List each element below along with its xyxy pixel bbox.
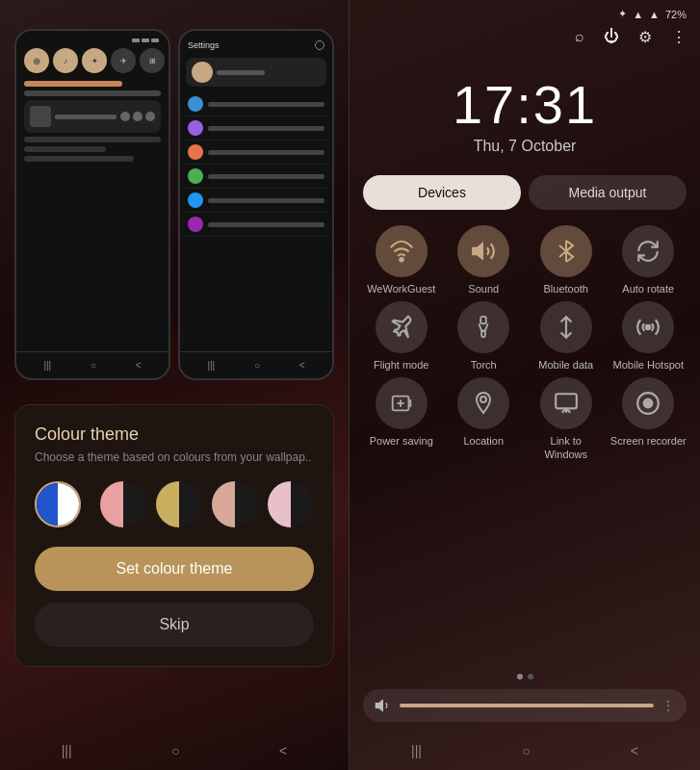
qs-nav-home[interactable]: ○ [91, 360, 96, 371]
tab-devices[interactable]: Devices [363, 175, 521, 210]
qs-status-icon [132, 38, 140, 42]
qs-item-mobiledata: Mobile data [528, 301, 605, 372]
left-nav-home[interactable]: ○ [171, 743, 179, 758]
right-nav-recent[interactable]: < [631, 743, 638, 758]
settings-item-3[interactable] [186, 141, 326, 165]
left-bottom-nav: ||| ○ < [0, 732, 349, 770]
svg-marker-13 [376, 701, 383, 711]
tab-media-output[interactable]: Media output [529, 175, 687, 210]
right-nav-back[interactable]: ||| [411, 743, 422, 758]
phone-screen-settings: Settings [178, 29, 334, 380]
qs-bluetooth-icon[interactable] [540, 225, 592, 277]
qs-media-controls [120, 112, 155, 121]
settings-icon-sounds [188, 120, 203, 136]
color-theme-desc: Choose a theme based on colours from you… [35, 450, 314, 464]
settings-item-6[interactable] [186, 213, 326, 237]
color-swatch-4[interactable] [212, 481, 258, 527]
settings-text-6 [208, 222, 324, 227]
qs-item-linkwindows: Link to Windows [528, 377, 605, 460]
settings-icon-battery [188, 168, 203, 184]
color-swatch-1[interactable] [35, 481, 81, 527]
qs-powersaving-icon[interactable] [376, 377, 428, 429]
right-bottom: ⋮ [350, 664, 700, 732]
qs-tile-wifi[interactable]: ⊕ [24, 48, 49, 73]
qs-flightmode-icon[interactable] [376, 301, 428, 353]
settings-icon-connections [188, 96, 203, 112]
signal-icon: ▲ [633, 9, 643, 20]
qs-sound-icon[interactable] [457, 225, 509, 277]
qs-tiles: ⊕ ♪ ✦ ✈ ⊞ [22, 44, 163, 77]
qs-tile-sound[interactable]: ♪ [53, 48, 78, 73]
left-nav-back[interactable]: ||| [62, 743, 72, 758]
qs-next-btn[interactable] [145, 112, 155, 121]
qs-play-btn[interactable] [133, 112, 143, 121]
left-nav-recent[interactable]: < [279, 743, 287, 758]
qs-tile-more[interactable]: ⊞ [140, 48, 165, 73]
qs-hotspot-icon[interactable] [622, 301, 674, 353]
skip-button[interactable]: Skip [35, 603, 314, 647]
settings-nav-home[interactable]: ○ [254, 360, 260, 371]
search-icon[interactable]: ⌕ [575, 28, 584, 46]
color-swatch-5[interactable] [268, 481, 314, 527]
qs-tile-airplane[interactable]: ✈ [111, 48, 136, 73]
color-swatch-3[interactable] [156, 481, 202, 527]
settings-title: Settings [188, 40, 220, 50]
qs-nav-recent[interactable]: < [136, 360, 142, 371]
svg-point-4 [646, 325, 650, 329]
volume-row: ⋮ [363, 689, 687, 722]
qs-location-icon[interactable] [457, 377, 509, 429]
qs-wifi-icon[interactable] [376, 225, 428, 277]
volume-bar[interactable] [400, 704, 654, 707]
qs-linkwindows-icon[interactable] [540, 377, 592, 429]
swatch5-left [268, 481, 291, 527]
settings-item-4[interactable] [186, 165, 326, 189]
qs-item-hotspot: Mobile Hotspot [610, 301, 687, 372]
qs-hotspot-label: Mobile Hotspot [613, 359, 684, 372]
settings-text-3 [208, 150, 324, 155]
qs-prev-btn[interactable] [120, 112, 130, 121]
qs-powersaving-label: Power saving [370, 435, 433, 448]
settings-nav-bar: ||| ○ < [180, 351, 332, 378]
settings-nav-recent[interactable]: < [299, 360, 305, 371]
settings-search-icon[interactable] [315, 40, 324, 50]
qs-mobiledata-label: Mobile data [538, 359, 593, 372]
svg-rect-9 [556, 395, 577, 409]
swatch2-left [100, 481, 123, 527]
settings-item-5[interactable] [186, 189, 326, 213]
qs-screenrecorder-icon[interactable] [622, 377, 674, 429]
volume-menu-icon[interactable]: ⋮ [661, 698, 675, 713]
qs-flightmode-label: Flight mode [374, 359, 428, 372]
right-header-icons: ⌕ ⏻ ⚙ ⋮ [350, 24, 700, 54]
qs-tile-bt[interactable]: ✦ [82, 48, 107, 73]
svg-point-8 [480, 397, 486, 402]
qs-mobiledata-icon[interactable] [540, 301, 592, 353]
settings-item-2[interactable] [186, 116, 326, 141]
qs-status-icon3 [151, 38, 159, 42]
right-nav-home[interactable]: ○ [522, 743, 530, 758]
settings-icon-display [188, 192, 203, 208]
qs-torch-icon[interactable] [457, 301, 509, 353]
qs-status-icon2 [142, 38, 149, 42]
settings-icon[interactable]: ⚙ [638, 28, 652, 46]
qs-screenrecorder-label: Screen recorder [610, 435, 687, 448]
dots-indicator [363, 674, 687, 680]
set-theme-button[interactable]: Set colour theme [35, 547, 314, 591]
settings-nav-back[interactable]: ||| [207, 360, 215, 371]
phone-screen-quicksettings: ⊕ ♪ ✦ ✈ ⊞ [14, 29, 170, 380]
more-menu-icon[interactable]: ⋮ [671, 28, 687, 46]
color-swatch-2[interactable] [100, 481, 146, 527]
right-panel: ✦ ▲ ▲ 72% ⌕ ⏻ ⚙ ⋮ 17:31 Thu, 7 October D… [350, 0, 700, 770]
power-icon[interactable]: ⏻ [604, 28, 619, 46]
settings-profile-name [217, 70, 265, 75]
qs-status-bar [22, 37, 163, 44]
qs-item-location: Location [446, 377, 523, 460]
qs-media-title [55, 115, 117, 119]
qs-wifi-label: WeWorkGuest [367, 283, 435, 295]
color-swatches [35, 481, 314, 527]
qs-nav-bar: ||| ○ < [16, 351, 169, 378]
swatch4-left [212, 481, 235, 527]
qs-autorotate-icon[interactable] [622, 225, 674, 277]
qs-nav-back[interactable]: ||| [43, 360, 51, 371]
swatch5-right [291, 481, 314, 527]
settings-item-1[interactable] [186, 92, 326, 116]
